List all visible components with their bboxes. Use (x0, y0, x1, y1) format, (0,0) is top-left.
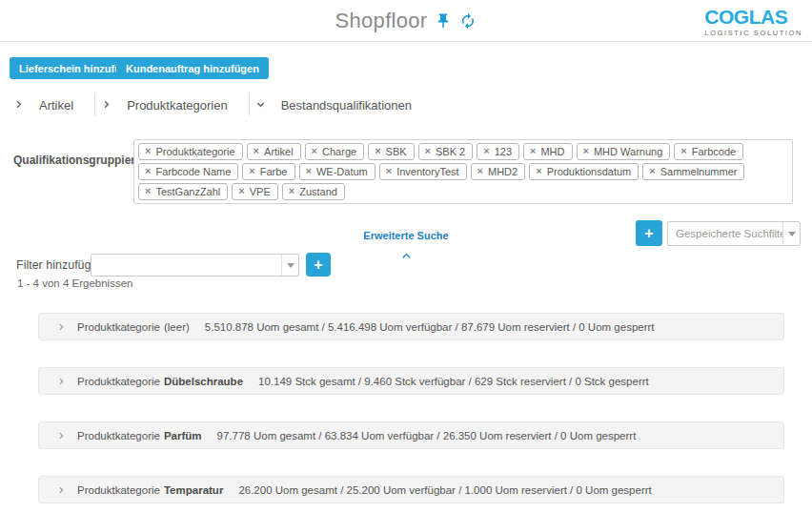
refresh-icon[interactable] (459, 12, 477, 30)
result-row[interactable]: Produktkategorie Temparatur 26.200 Uom g… (38, 476, 784, 503)
remove-tag-icon[interactable]: × (583, 146, 589, 156)
remove-tag-icon[interactable]: × (238, 186, 244, 196)
chevron-right-icon[interactable] (56, 377, 66, 386)
chevron-down-icon (255, 96, 266, 113)
remove-tag-icon[interactable]: × (483, 146, 489, 156)
remove-tag-icon[interactable]: × (530, 146, 536, 156)
section-artikel[interactable]: Artikel (8, 96, 94, 113)
remove-tag-icon[interactable]: × (145, 166, 151, 176)
row-category-prefix: Produktkategorie (77, 376, 160, 387)
logo-tagline: LOGISTIC SOLUTION (704, 29, 802, 37)
saved-search-filter-select[interactable]: Gespeicherte Suchfilter (667, 221, 801, 246)
plus-icon: + (314, 256, 322, 274)
qualification-tag[interactable]: × Farbcode Name (138, 163, 238, 180)
remove-tag-icon[interactable]: × (680, 146, 686, 156)
coglas-logo: COGLAS LOGISTIC SOLUTION (704, 7, 802, 37)
remove-tag-icon[interactable]: × (536, 166, 541, 176)
tag-label: Artikel (264, 146, 294, 157)
row-category-prefix: Produktkategorie (77, 321, 160, 333)
chevron-right-icon (13, 96, 24, 113)
tag-label: MHD (540, 146, 564, 157)
qualification-tag[interactable]: × Produktkategorie (138, 143, 243, 160)
qualification-tag[interactable]: × MHD2 (471, 163, 526, 180)
chevron-right-icon[interactable] (56, 431, 66, 441)
section-produktkategorien[interactable]: Produktkategorien (95, 96, 249, 113)
remove-tag-icon[interactable]: × (289, 186, 294, 196)
tag-label: Farbcode Name (155, 166, 231, 177)
result-row[interactable]: Produktkategorie Parfüm 97.778 Uom gesam… (38, 421, 784, 449)
row-stock-stats: 10.149 Stck gesamt / 9.460 Stck verfügba… (258, 376, 649, 387)
remove-tag-icon[interactable]: × (425, 146, 431, 156)
qualification-tag[interactable]: × SBK 2 (418, 143, 474, 160)
tag-label: SBK 2 (436, 146, 465, 157)
page-title: Shopfloor (335, 9, 428, 33)
qualification-tag-box[interactable]: × Produktkategorie × Artikel × Charge × … (133, 139, 793, 204)
qualification-tag[interactable]: × 123 (477, 143, 519, 160)
tag-label: MHD Warnung (594, 146, 662, 157)
result-row[interactable]: Produktkategorie (leer) 5.510.878 Uom ge… (38, 313, 784, 340)
tag-label: SBK (386, 146, 407, 157)
saved-filter-placeholder: Gespeicherte Suchfilter (668, 228, 782, 239)
tag-label: WE-Datum (316, 166, 368, 177)
remove-tag-icon[interactable]: × (145, 186, 151, 196)
remove-tag-icon[interactable]: × (249, 166, 254, 176)
add-saved-filter-button[interactable]: + (636, 220, 662, 246)
result-row[interactable]: Produktkategorie Dübelschraube 10.149 St… (38, 367, 784, 395)
qualification-tag[interactable]: × Sammelnummer (642, 163, 744, 180)
tag-label: Sammelnummer (660, 166, 738, 177)
remove-tag-icon[interactable]: × (254, 146, 259, 156)
tag-label: MHD2 (488, 166, 518, 177)
section-nav: Artikel Produktkategorien Bestandsqualif… (8, 93, 433, 116)
app-header: Shopfloor COGLAS LOGISTIC SOLUTION (0, 0, 812, 42)
row-category-name: Dübelschraube (164, 376, 243, 387)
qualification-tag[interactable]: × TestGanzZahl (138, 183, 228, 200)
results-list: Produktkategorie (leer) 5.510.878 Uom ge… (38, 313, 784, 513)
section-label: Bestandsqualifikationen (281, 98, 412, 113)
section-label: Artikel (39, 98, 73, 113)
remove-tag-icon[interactable]: × (306, 166, 312, 176)
plus-icon: + (644, 225, 653, 242)
remove-tag-icon[interactable]: × (477, 166, 483, 176)
qualification-tag[interactable]: × MHD Warnung (577, 143, 671, 160)
remove-tag-icon[interactable]: × (145, 146, 151, 156)
qualification-tag[interactable]: × Charge (305, 143, 365, 160)
section-bestandsqualifikationen[interactable]: Bestandsqualifikationen (250, 96, 433, 113)
tag-label: Produktkategorie (155, 146, 234, 157)
logo-name: COGLAS (704, 7, 802, 28)
qualification-tag[interactable]: × Produktionsdatum (529, 163, 639, 180)
pin-icon[interactable] (435, 12, 452, 30)
qualification-tag[interactable]: × WE-Datum (299, 163, 376, 180)
row-category-name: Temparatur (164, 484, 223, 496)
tag-label: InventoryTest (396, 166, 458, 177)
qualification-tag[interactable]: × Artikel (247, 143, 301, 160)
tag-label: 123 (495, 146, 512, 157)
row-stock-stats: 5.510.878 Uom gesamt / 5.416.498 Uom ver… (205, 321, 655, 333)
add-filter-select[interactable] (91, 254, 299, 277)
tag-label: Farbe (260, 166, 288, 177)
qualification-tag[interactable]: × SBK (368, 143, 414, 160)
tag-label: VPE (250, 186, 271, 197)
add-filter-button[interactable]: + (306, 253, 331, 277)
chevron-right-icon[interactable] (56, 485, 66, 495)
row-stock-stats: 26.200 Uom gesamt / 25.200 Uom verfügbar… (238, 484, 651, 496)
row-category-prefix: Produktkategorie (77, 430, 160, 441)
chevron-right-icon (101, 96, 112, 113)
qualification-tag[interactable]: × InventoryTest (379, 163, 467, 180)
add-customer-order-button[interactable]: Kundenauftrag hinzufügen (116, 57, 269, 79)
row-category-name: Parfüm (164, 430, 202, 441)
qualification-tag[interactable]: × Farbcode (674, 143, 743, 160)
remove-tag-icon[interactable]: × (386, 166, 392, 176)
remove-tag-icon[interactable]: × (375, 146, 380, 156)
tag-label: Zustand (299, 186, 337, 197)
remove-tag-icon[interactable]: × (312, 146, 317, 156)
qualification-tag[interactable]: × Farbe (242, 163, 294, 180)
results-count: 1 - 4 von 4 Ergebnissen (17, 277, 132, 289)
chevron-right-icon[interactable] (56, 322, 66, 332)
caret-down-icon (782, 222, 800, 245)
tag-label: Farbcode (692, 146, 736, 157)
remove-tag-icon[interactable]: × (649, 166, 655, 176)
qualification-tag[interactable]: × Zustand (282, 183, 345, 200)
qualification-tag[interactable]: × VPE (232, 183, 277, 200)
section-label: Produktkategorien (127, 98, 228, 113)
qualification-tag[interactable]: × MHD (523, 143, 573, 160)
